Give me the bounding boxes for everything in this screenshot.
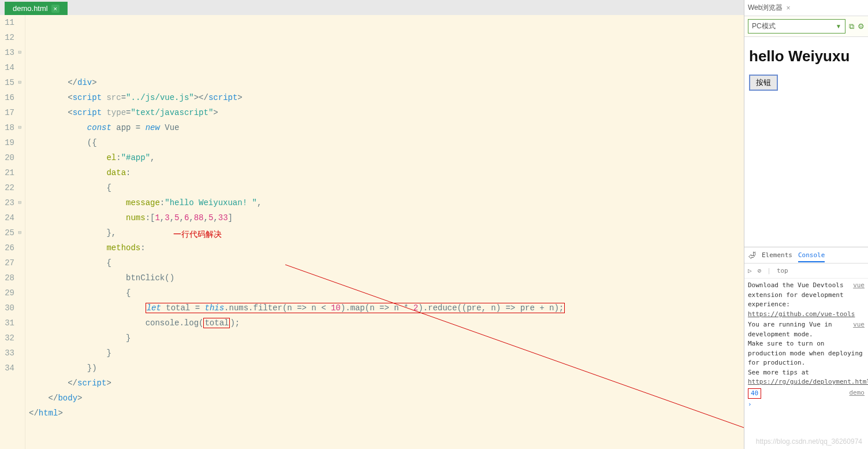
console-source-link[interactable]: vue [853,281,865,291]
code-line[interactable]: </body> [29,391,744,406]
tab-console[interactable]: Console [798,251,825,262]
code-line[interactable]: btnClick() [29,270,744,285]
code-line[interactable]: console.log(total); [29,316,744,331]
code-line[interactable]: data: [29,165,744,180]
code-line[interactable]: { [29,255,744,270]
gutter-row: 15⊟ [0,75,21,90]
line-gutter: 111213⊟1415⊟161718⊟1920212223⊟2425⊟26272… [0,15,25,449]
code-line[interactable]: let total = this.nums.filter(n => n < 10… [29,300,744,316]
chevron-down-icon: ▼ [836,23,841,29]
browser-panel-tabbar: Web浏览器 × [744,0,868,16]
gutter-row: 33 [0,346,21,361]
console-prompt[interactable]: › [748,400,865,410]
console-link[interactable]: https://github.com/vue-tools [748,310,855,318]
gear-icon[interactable]: ⚙ [858,22,865,31]
page-button[interactable]: 按钮 [749,75,778,91]
console-toolbar: ▷ ⊘ | top [744,264,868,279]
gutter-row: 27 [0,255,21,270]
gutter-row: 32 [0,331,21,346]
gutter-row: 22 [0,180,21,195]
code-area[interactable]: 111213⊟1415⊟161718⊟1920212223⊟2425⊟26272… [0,15,744,449]
code-line[interactable]: el:"#app", [29,150,744,165]
gutter-row: 34 [0,361,21,376]
gutter-row: 12 [0,30,21,45]
gutter-row: 30 [0,300,21,316]
editor-tab-bar: demo.html × [0,0,744,15]
code-line[interactable]: methods: [29,240,744,255]
gutter-row: 29 [0,285,21,300]
browser-panel-title: Web浏览器 [748,3,783,13]
gutter-row: 26 [0,240,21,255]
gutter-row: 28 [0,270,21,285]
file-tab[interactable]: demo.html × [5,2,68,15]
gutter-row: 11 [0,15,21,30]
code-line[interactable]: nums:[1,3,5,6,88,5,33] [29,210,744,225]
browser-viewport: hello Weiyuxu 按钮 [744,37,868,247]
code-line[interactable]: { [29,180,744,195]
gutter-row: 24 [0,210,21,225]
console-message: vue Download the Vue Devtools extension … [748,281,865,319]
tab-elements[interactable]: Elements [762,251,792,259]
console-log-row: demo 40 [748,388,865,399]
code-line[interactable]: <script src="../js/vue.js"></script> [29,90,744,105]
code-line[interactable]: const app = new Vue [29,120,744,135]
gutter-row: 14 [0,60,21,75]
gutter-row: 17 [0,105,21,120]
clear-icon[interactable]: ⊘ [758,267,762,274]
code-line[interactable]: message:"hello Weiyuxuan! ", [29,195,744,210]
code-line[interactable]: } [29,346,744,361]
new-window-icon[interactable]: ⧉ [849,22,854,31]
console-output-value: 40 [748,388,761,399]
editor-pane: demo.html × 111213⊟1415⊟161718⊟192021222… [0,0,744,449]
page-heading: hello Weiyuxu [749,47,863,65]
code-line[interactable]: { [29,285,744,300]
inspect-icon[interactable]: ⮰ [748,251,756,260]
console-output[interactable]: vue Download the Vue Devtools extension … [744,279,868,449]
mode-select[interactable]: PC模式 ▼ [748,19,845,34]
gutter-row: 13⊟ [0,45,21,60]
gutter-row: 25⊟ [0,225,21,240]
annotation-text: 一行代码解决 [173,227,222,242]
scope-selector[interactable]: top [777,267,788,274]
devtools-tabs: ⮰ Elements Console [744,247,868,264]
code-line[interactable]: </script> [29,376,744,391]
console-message: vue You are running Vue in development m… [748,320,865,387]
play-icon[interactable]: ▷ [748,267,752,274]
watermark-text: https://blog.csdn.net/qq_36260974 [756,437,862,446]
close-icon[interactable]: × [51,5,59,13]
code-body[interactable]: 一行代码解决 </div> <script src="../js/vue.js"… [25,15,744,449]
code-line[interactable]: </div> [29,75,744,90]
gutter-row: 18⊟ [0,120,21,135]
gutter-row: 21 [0,165,21,180]
code-line[interactable] [29,421,744,436]
console-source-link[interactable]: vue [853,320,865,330]
code-line[interactable]: } [29,331,744,346]
chevron-right-icon: › [748,400,752,408]
gutter-row: 31 [0,316,21,331]
gutter-row: 23⊟ [0,195,21,210]
gutter-row: 19 [0,135,21,150]
preview-devtools-pane: Web浏览器 × PC模式 ▼ ⧉ ⚙ hello Weiyuxu 按钮 ⮰ E… [744,0,868,449]
code-line[interactable]: </html> [29,406,744,421]
devtools-panel: ⮰ Elements Console ▷ ⊘ | top vue Downloa… [744,247,868,449]
console-source-link[interactable]: demo [850,388,865,398]
code-line[interactable]: }) [29,361,744,376]
code-line[interactable]: ({ [29,135,744,150]
gutter-row: 20 [0,150,21,165]
code-line[interactable]: <script type="text/javascript"> [29,105,744,120]
mode-select-value: PC模式 [752,21,776,31]
code-line[interactable]: }, [29,225,744,240]
file-tab-label: demo.html [13,4,48,13]
console-link[interactable]: https://rg/guide/deployment.html [748,378,868,385]
gutter-row: 16 [0,90,21,105]
close-icon[interactable]: × [786,4,790,12]
browser-toolbar: PC模式 ▼ ⧉ ⚙ [744,16,868,37]
